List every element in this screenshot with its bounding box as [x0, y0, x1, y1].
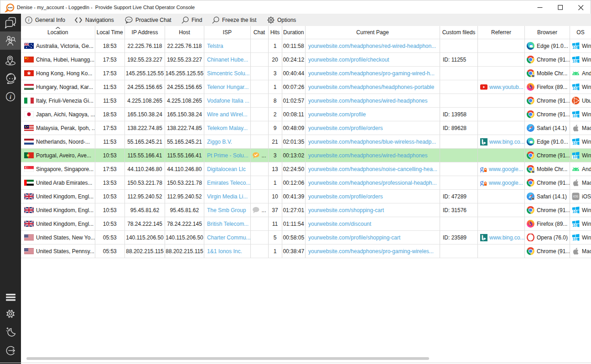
- svg-text:i: i: [28, 17, 30, 22]
- svg-text:M: M: [532, 74, 534, 78]
- svg-text:10: 10: [572, 237, 577, 241]
- svg-text:M: M: [532, 197, 534, 200]
- svg-text:10: 10: [572, 114, 577, 118]
- svg-text:10: 10: [572, 223, 577, 228]
- svg-text:10: 10: [572, 45, 577, 50]
- svg-text:10: 10: [572, 59, 577, 63]
- svg-text:iOS: iOS: [573, 195, 579, 198]
- svg-text:10: 10: [572, 86, 577, 91]
- svg-text:M: M: [532, 170, 534, 173]
- svg-text:10: 10: [572, 209, 577, 214]
- svg-text:g: g: [480, 179, 484, 186]
- svg-text:10: 10: [572, 141, 577, 146]
- svg-text:10: 10: [572, 155, 577, 159]
- svg-text:g: g: [480, 166, 484, 172]
